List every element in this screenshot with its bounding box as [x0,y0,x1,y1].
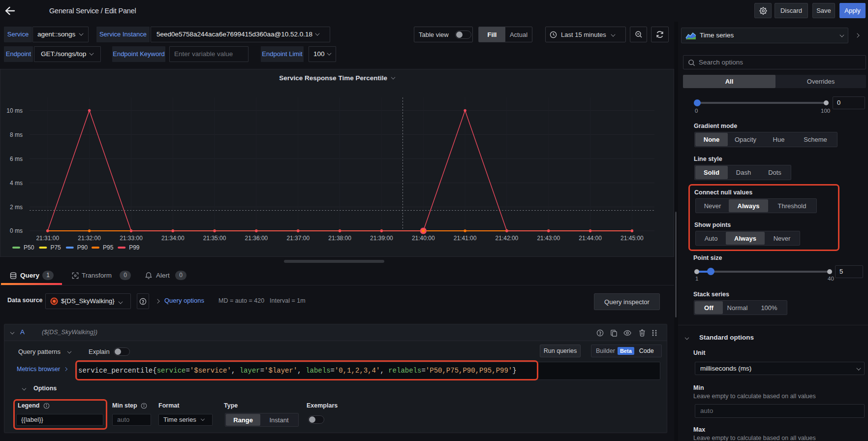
svg-text:P50: P50 [24,244,34,251]
svg-text:21:45:00: 21:45:00 [620,235,644,242]
svg-text:0 ms: 0 ms [10,227,23,234]
svg-text:21:35:00: 21:35:00 [203,235,226,242]
svg-text:21:39:00: 21:39:00 [370,235,393,242]
svg-text:21:33:00: 21:33:00 [120,235,143,242]
svg-text:21:36:00: 21:36:00 [245,235,268,242]
svg-text:8 ms: 8 ms [10,131,23,138]
svg-text:P75: P75 [50,244,61,251]
svg-text:21:44:00: 21:44:00 [579,235,602,242]
svg-text:P95: P95 [103,244,114,251]
svg-text:21:38:00: 21:38:00 [328,235,351,242]
svg-text:21:34:00: 21:34:00 [161,235,185,242]
svg-text:21:32:00: 21:32:00 [78,235,101,242]
svg-text:P90: P90 [77,244,88,251]
svg-text:21:37:00: 21:37:00 [286,235,310,242]
svg-text:6 ms: 6 ms [10,156,23,162]
svg-text:21:41:00: 21:41:00 [454,235,477,242]
svg-text:P99: P99 [129,244,140,251]
svg-text:10 ms: 10 ms [6,107,23,114]
svg-text:21:43:00: 21:43:00 [537,235,560,242]
svg-text:4 ms: 4 ms [10,180,23,187]
svg-text:2 ms: 2 ms [10,204,23,211]
svg-text:21:40:00: 21:40:00 [412,235,435,242]
svg-text:21:42:00: 21:42:00 [496,235,519,242]
svg-text:21:31:00: 21:31:00 [36,235,59,242]
